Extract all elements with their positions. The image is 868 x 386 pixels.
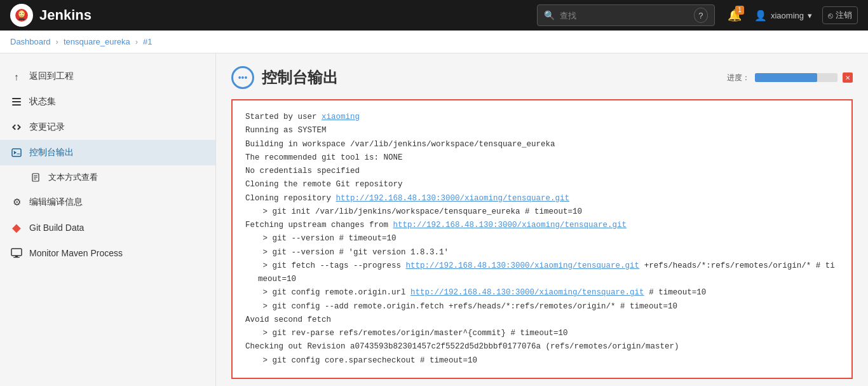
list-icon <box>10 95 23 108</box>
main-content: ••• 控制台输出 进度： ✕ Started by user xiaoming… <box>216 53 868 386</box>
logout-button[interactable]: ⎋ 注销 <box>822 6 858 24</box>
document-icon <box>29 171 42 184</box>
svg-rect-12 <box>34 176 37 176</box>
sidebar-item-build-info[interactable]: ⚙ 编辑编译信息 <box>0 190 215 215</box>
svg-rect-9 <box>12 104 21 106</box>
breadcrumb-sep-1: › <box>56 37 58 46</box>
sidebar-item-changes[interactable]: 变更记录 <box>0 114 215 140</box>
sidebar-item-text-view-label: 文本方式查看 <box>48 172 98 183</box>
console-link[interactable]: xiaoming <box>322 113 360 121</box>
page-title: 控制台输出 <box>262 67 338 88</box>
svg-rect-7 <box>12 98 21 99</box>
main-header: Jenkins 🔍 ? 🔔 1 👤 xiaoming ▾ ⎋ 注销 <box>0 0 868 31</box>
progress-fill <box>755 73 817 82</box>
git-icon: ◆ <box>10 221 23 234</box>
svg-rect-13 <box>34 177 37 178</box>
sidebar-item-build-info-label: 编辑编译信息 <box>29 196 83 208</box>
progress-label: 进度： <box>727 72 750 83</box>
code-icon <box>10 121 23 134</box>
console-line: > git --version # 'git version 1.8.3.1' <box>245 246 839 259</box>
svg-rect-15 <box>11 249 22 256</box>
console-header: ••• 控制台输出 进度： ✕ <box>231 66 853 89</box>
console-running-icon: ••• <box>231 66 254 89</box>
console-link[interactable]: http://192.168.48.130:3000/xiaoming/tens… <box>410 288 644 297</box>
console-link[interactable]: http://192.168.48.130:3000/xiaoming/tens… <box>393 221 627 230</box>
console-line: > git --version # timeout=10 <box>245 232 839 245</box>
chevron-down-icon: ▾ <box>808 11 812 20</box>
sidebar-item-back-label: 返回到工程 <box>29 71 74 82</box>
sidebar-item-git-label: Git Build Data <box>29 223 84 233</box>
logout-icon: ⎋ <box>828 11 833 20</box>
breadcrumb-dashboard[interactable]: Dashboard <box>10 37 51 46</box>
console-title-group: ••• 控制台输出 <box>231 66 338 89</box>
console-link[interactable]: http://192.168.48.130:3000/xiaoming/tens… <box>406 261 640 270</box>
svg-rect-17 <box>13 257 20 258</box>
search-input[interactable] <box>560 11 689 20</box>
sidebar-item-maven[interactable]: Monitor Maven Process <box>0 240 215 266</box>
console-line: Checking out Revision a0743593b82301457c… <box>245 340 839 354</box>
console-line: > git config remote.origin.url http://19… <box>245 286 839 300</box>
breadcrumb-project[interactable]: tensquare_eureka <box>64 37 130 46</box>
console-line: > git rev-parse refs/remotes/origin/mast… <box>245 327 839 340</box>
main-layout: ↑ 返回到工程 状态集 变更记录 控制台输出 文本方式查看 <box>0 53 868 386</box>
sidebar: ↑ 返回到工程 状态集 变更记录 控制台输出 文本方式查看 <box>0 53 216 386</box>
sidebar-item-status-label: 状态集 <box>29 96 56 107</box>
sidebar-item-console-label: 控制台输出 <box>29 147 74 158</box>
console-line: The recommended git tool is: NONE <box>245 151 839 165</box>
sidebar-item-git-build[interactable]: ◆ Git Build Data <box>0 215 215 240</box>
breadcrumb: Dashboard › tensquare_eureka › #1 <box>0 31 868 53</box>
console-line: Avoid second fetch <box>245 314 839 327</box>
console-line: Started by user xiaoming <box>245 111 839 124</box>
console-line: > git config core.sparsecheckout # timeo… <box>245 354 839 368</box>
console-line: > git init /var/lib/jenkins/workspace/te… <box>245 205 839 219</box>
console-line: No credentials specified <box>245 165 839 178</box>
help-button[interactable]: ? <box>694 8 708 23</box>
console-line: Running as SYSTEM <box>245 124 839 137</box>
svg-rect-6 <box>18 19 25 20</box>
stop-button[interactable]: ✕ <box>843 72 853 83</box>
svg-rect-8 <box>12 101 21 102</box>
console-line: Building in workspace /var/lib/jenkins/w… <box>245 138 839 151</box>
sidebar-item-maven-label: Monitor Maven Process <box>29 248 123 258</box>
sidebar-item-changes-label: 变更记录 <box>29 121 65 133</box>
logout-label: 注销 <box>836 10 852 21</box>
terminal-icon <box>10 146 23 159</box>
monitor-icon <box>10 247 23 259</box>
breadcrumb-sep-2: › <box>135 37 138 46</box>
search-bar: 🔍 ? <box>537 4 715 26</box>
breadcrumb-build[interactable]: #1 <box>143 37 152 46</box>
arrow-up-icon: ↑ <box>10 70 23 83</box>
console-link[interactable]: http://192.168.48.130:3000/xiaoming/tens… <box>336 194 570 203</box>
notification-bell[interactable]: 🔔 1 <box>725 6 744 25</box>
sidebar-item-back[interactable]: ↑ 返回到工程 <box>0 64 215 89</box>
console-output: Started by user xiaomingRunning as SYSTE… <box>231 99 853 379</box>
user-icon: 👤 <box>754 10 767 22</box>
user-name: xiaoming <box>771 11 804 20</box>
svg-point-4 <box>22 13 24 14</box>
console-line: Cloning repository http://192.168.48.130… <box>245 192 839 205</box>
console-line: Cloning the remote Git repository <box>245 178 839 191</box>
jenkins-icon <box>10 4 33 27</box>
jenkins-title: Jenkins <box>39 7 92 24</box>
svg-rect-16 <box>15 256 18 257</box>
console-line: > git fetch --tags --progress http://192… <box>245 259 839 287</box>
console-line: > git config --add remote.origin.fetch +… <box>245 300 839 314</box>
ellipsis-icon: ••• <box>238 72 248 83</box>
sidebar-item-status[interactable]: 状态集 <box>0 89 215 114</box>
jenkins-logo[interactable]: Jenkins <box>10 4 92 27</box>
gear-icon: ⚙ <box>10 196 23 209</box>
progress-bar <box>755 73 837 82</box>
user-menu[interactable]: 👤 xiaoming ▾ <box>754 10 812 22</box>
svg-point-3 <box>20 13 21 14</box>
sidebar-item-console[interactable]: 控制台输出 <box>0 140 215 165</box>
console-line: Fetching upstream changes from http://19… <box>245 219 839 232</box>
sidebar-item-text-view[interactable]: 文本方式查看 <box>0 165 215 190</box>
notification-badge: 1 <box>735 6 744 15</box>
search-icon: 🔍 <box>544 10 555 20</box>
progress-area: 进度： ✕ <box>727 72 853 83</box>
svg-rect-14 <box>34 179 36 179</box>
